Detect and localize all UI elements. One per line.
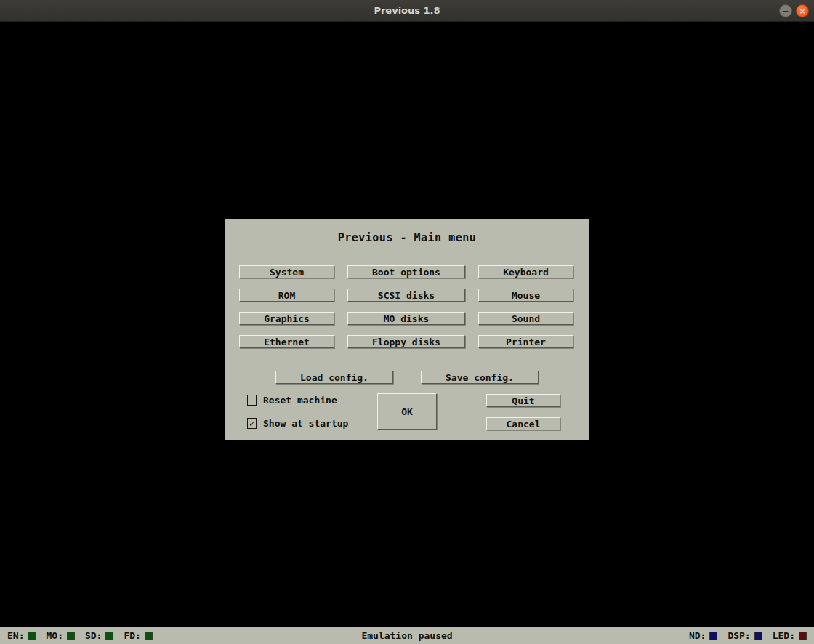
main-menu-dialog: Previous - Main menu System Boot options… xyxy=(225,219,589,440)
show-at-startup-label: Show at startup xyxy=(263,418,348,429)
en-label: EN: xyxy=(7,630,24,641)
mo-label: MO: xyxy=(46,630,63,641)
en-led-icon xyxy=(28,632,36,640)
mouse-button[interactable]: Mouse xyxy=(478,289,573,302)
sd-indicator: SD: xyxy=(85,630,113,641)
load-config-button[interactable]: Load config. xyxy=(275,371,393,384)
reset-machine-checkbox[interactable]: Reset machine xyxy=(247,395,337,406)
sound-button[interactable]: Sound xyxy=(478,312,573,325)
nd-indicator: ND: xyxy=(689,630,717,641)
statusbar-left-indicators: EN: MO: SD: FD: xyxy=(7,630,153,641)
minimize-button[interactable]: − xyxy=(779,4,792,17)
dsp-led-icon xyxy=(754,632,762,640)
save-config-button[interactable]: Save config. xyxy=(421,371,539,384)
mo-indicator: MO: xyxy=(46,630,74,641)
quit-button[interactable]: Quit xyxy=(486,394,560,407)
menu-button-grid: System Boot options Keyboard ROM SCSI di… xyxy=(239,265,573,348)
statusbar: EN: MO: SD: FD: Emulation paused ND: DSP… xyxy=(0,627,814,644)
led-indicator: LED: xyxy=(773,630,807,641)
close-button[interactable]: × xyxy=(796,4,809,17)
reset-machine-label: Reset machine xyxy=(263,395,337,406)
boot-options-button[interactable]: Boot options xyxy=(347,265,465,278)
show-at-startup-checkbox[interactable]: ✓ Show at startup xyxy=(247,418,348,429)
ethernet-button[interactable]: Ethernet xyxy=(239,335,334,348)
window-title: Previous 1.8 xyxy=(374,5,440,16)
fd-indicator: FD: xyxy=(124,630,152,641)
fd-led-icon xyxy=(145,632,153,640)
ok-button[interactable]: OK xyxy=(377,393,437,430)
checkbox-icon[interactable]: ✓ xyxy=(247,418,257,429)
led-led-icon xyxy=(799,632,807,640)
mo-led-icon xyxy=(67,632,75,640)
floppy-disks-button[interactable]: Floppy disks xyxy=(347,335,465,348)
emulation-status-text: Emulation paused xyxy=(361,630,452,641)
close-icon: × xyxy=(799,7,805,15)
minimize-icon: − xyxy=(782,7,789,15)
dialog-title: Previous - Main menu xyxy=(225,231,589,244)
keyboard-button[interactable]: Keyboard xyxy=(478,265,573,278)
checkbox-icon[interactable] xyxy=(247,395,257,406)
mo-disks-button[interactable]: MO disks xyxy=(347,312,465,325)
system-button[interactable]: System xyxy=(239,265,334,278)
led-label: LED: xyxy=(773,630,795,641)
nd-led-icon xyxy=(709,632,717,640)
rom-button[interactable]: ROM xyxy=(239,289,334,302)
dsp-indicator: DSP: xyxy=(728,630,762,641)
statusbar-right-indicators: ND: DSP: LED: xyxy=(689,630,807,641)
nd-label: ND: xyxy=(689,630,706,641)
sd-label: SD: xyxy=(85,630,102,641)
window-controls: − × xyxy=(779,0,809,22)
dsp-label: DSP: xyxy=(728,630,750,641)
scsi-disks-button[interactable]: SCSI disks xyxy=(347,289,465,302)
fd-label: FD: xyxy=(124,630,140,641)
printer-button[interactable]: Printer xyxy=(478,335,573,348)
sd-led-icon xyxy=(105,632,113,640)
cancel-button[interactable]: Cancel xyxy=(486,417,560,430)
titlebar: Previous 1.8 − × xyxy=(0,0,814,22)
en-indicator: EN: xyxy=(7,630,36,641)
graphics-button[interactable]: Graphics xyxy=(239,312,334,325)
